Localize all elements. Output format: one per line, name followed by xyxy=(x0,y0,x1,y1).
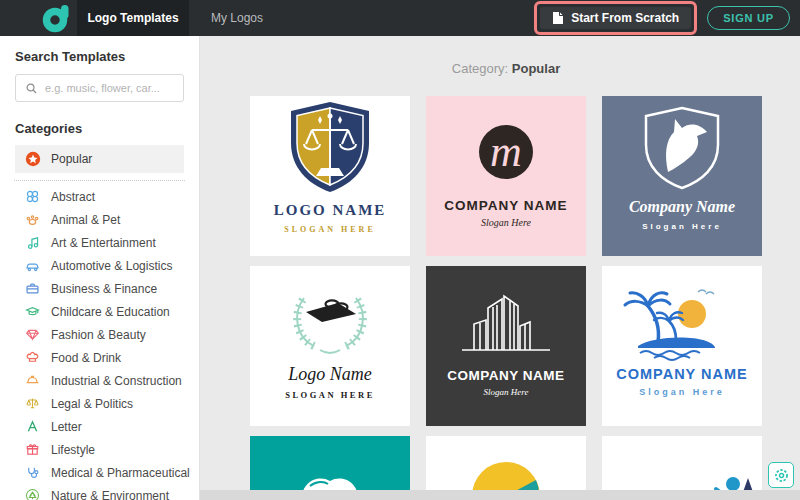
sidebar-item-business-finance[interactable]: Business & Finance xyxy=(0,277,199,300)
sidebar-item-label: Medical & Pharmaceutical xyxy=(51,466,190,480)
logo-slogan: Slogan Here xyxy=(602,222,762,231)
monogram-m-art: m xyxy=(426,96,586,194)
category-value: Popular xyxy=(512,61,560,76)
search-input[interactable] xyxy=(45,82,175,94)
sidebar-item-label: Animal & Pet xyxy=(51,213,120,227)
search-icon xyxy=(25,82,38,95)
sidebar-item-abstract[interactable]: Abstract xyxy=(0,185,199,208)
sidebar-item-letter[interactable]: Letter xyxy=(0,415,199,438)
scales-icon xyxy=(25,396,40,411)
sidebar-item-label: Abstract xyxy=(51,190,95,204)
sidebar-item-food-drink[interactable]: Food & Drink xyxy=(0,346,199,369)
graduation-cap-icon xyxy=(25,304,40,319)
topbar-actions: Start From Scratch SIGN UP xyxy=(534,0,790,36)
logo-title: Logo Name xyxy=(250,364,410,385)
template-card-wolf-shield[interactable]: Company Name Slogan Here xyxy=(602,96,762,256)
categories-title: Categories xyxy=(15,121,184,136)
sidebar-item-label: Business & Finance xyxy=(51,282,157,296)
sidebar-item-label: Childcare & Education xyxy=(51,305,170,319)
sidebar-item-lifestyle[interactable]: Lifestyle xyxy=(0,438,199,461)
new-document-icon xyxy=(552,11,564,25)
sidebar-item-label: Letter xyxy=(51,420,82,434)
template-card-buildings[interactable]: COMPANY NAME Slogan Here xyxy=(426,266,586,426)
sidebar-item-label: Popular xyxy=(51,152,92,166)
sidebar-item-nature-environment[interactable]: Nature & Environment xyxy=(0,484,199,500)
popular-star-icon xyxy=(25,151,41,167)
settings-floating-button[interactable] xyxy=(768,462,794,488)
template-card-laurel-wreath[interactable]: Logo Name SLOGAN HERE xyxy=(250,266,410,426)
paw-icon xyxy=(25,212,40,227)
gift-icon xyxy=(25,442,40,457)
divider xyxy=(14,180,185,181)
app-logo-d-icon[interactable] xyxy=(41,3,71,33)
sign-up-button[interactable]: SIGN UP xyxy=(707,6,790,30)
category-header: Category: Popular xyxy=(250,61,762,76)
briefcase-icon xyxy=(25,281,40,296)
search-box[interactable] xyxy=(15,74,184,102)
hard-hat-icon xyxy=(25,373,40,388)
palm-beach-art xyxy=(602,266,762,364)
stethoscope-icon xyxy=(25,465,40,480)
sidebar-item-childcare-education[interactable]: Childcare & Education xyxy=(0,300,199,323)
logo-title: COMPANY NAME xyxy=(602,366,762,382)
sidebar-item-industrial-construction[interactable]: Industrial & Construction xyxy=(0,369,199,392)
tab-logo-templates-label: Logo Templates xyxy=(87,11,178,25)
sidebar-item-art-entertainment[interactable]: Art & Entertainment xyxy=(0,231,199,254)
sidebar-item-label: Automotive & Logistics xyxy=(51,259,172,273)
svg-text:m: m xyxy=(490,127,522,176)
template-card-justice-shield[interactable]: LOGO NAME SLOGAN HERE xyxy=(250,96,410,256)
sidebar-item-label: Art & Entertainment xyxy=(51,236,156,250)
sidebar-item-label: Industrial & Construction xyxy=(51,374,182,388)
horizontal-scrollbar-track[interactable] xyxy=(200,490,800,500)
diamond-icon xyxy=(25,327,40,342)
tab-my-logos-label: My Logos xyxy=(211,11,263,25)
laurel-wreath-art xyxy=(250,266,410,364)
justice-shield-art xyxy=(250,96,410,200)
search-templates-title: Search Templates xyxy=(15,49,184,64)
logo-title: COMPANY NAME xyxy=(426,198,586,213)
logo-title: COMPANY NAME xyxy=(426,368,586,383)
tree-icon xyxy=(25,488,40,500)
logo-title: Company Name xyxy=(602,198,762,216)
sidebar-item-label: Food & Drink xyxy=(51,351,121,365)
logo-maker-app: Logo Templates My Logos Start From Scrat… xyxy=(0,0,800,500)
letter-a-icon xyxy=(25,419,40,434)
logo-slogan: SLOGAN HERE xyxy=(250,390,410,400)
sidebar-item-animal-pet[interactable]: Animal & Pet xyxy=(0,208,199,231)
sidebar-item-fashion-beauty[interactable]: Fashion & Beauty xyxy=(0,323,199,346)
sidebar-item-medical-pharmaceutical[interactable]: Medical & Pharmaceutical xyxy=(0,461,199,484)
music-note-icon xyxy=(25,235,40,250)
template-gallery: Category: Popular LOGO NAME SLOGAN HER xyxy=(200,36,800,500)
gear-icon xyxy=(773,467,790,484)
template-card-monogram-m[interactable]: m COMPANY NAME Slogan Here xyxy=(426,96,586,256)
chef-hat-icon xyxy=(25,350,40,365)
category-label: Category: xyxy=(452,61,508,76)
tab-logo-templates[interactable]: Logo Templates xyxy=(77,0,189,36)
sidebar-item-legal-politics[interactable]: Legal & Politics xyxy=(0,392,199,415)
logo-slogan: SLOGAN HERE xyxy=(250,225,410,234)
sidebar-item-popular[interactable]: Popular xyxy=(15,145,184,173)
start-from-scratch-label: Start From Scratch xyxy=(571,11,679,25)
sidebar-item-label: Lifestyle xyxy=(51,443,95,457)
logo-slogan: Slogan Here xyxy=(426,217,586,228)
highlight-annotation: Start From Scratch xyxy=(534,1,697,35)
logo-slogan: Slogan Here xyxy=(602,387,762,397)
template-card-palm-beach[interactable]: COMPANY NAME Slogan Here xyxy=(602,266,762,426)
sidebar-item-label: Fashion & Beauty xyxy=(51,328,146,342)
tab-my-logos[interactable]: My Logos xyxy=(189,0,285,36)
logo-slogan: Slogan Here xyxy=(426,387,586,397)
sidebar-item-automotive-logistics[interactable]: Automotive & Logistics xyxy=(0,254,199,277)
sidebar-item-label: Legal & Politics xyxy=(51,397,133,411)
car-icon xyxy=(25,258,40,273)
sidebar-item-label: Nature & Environment xyxy=(51,489,169,500)
sidebar: Search Templates Categories Popular Abst… xyxy=(0,36,200,500)
top-bar: Logo Templates My Logos Start From Scrat… xyxy=(0,0,800,36)
abstract-icon xyxy=(25,189,40,204)
logo-title: LOGO NAME xyxy=(250,202,410,219)
wolf-shield-art xyxy=(602,96,762,196)
start-from-scratch-button[interactable]: Start From Scratch xyxy=(540,7,691,29)
buildings-art xyxy=(426,266,586,366)
